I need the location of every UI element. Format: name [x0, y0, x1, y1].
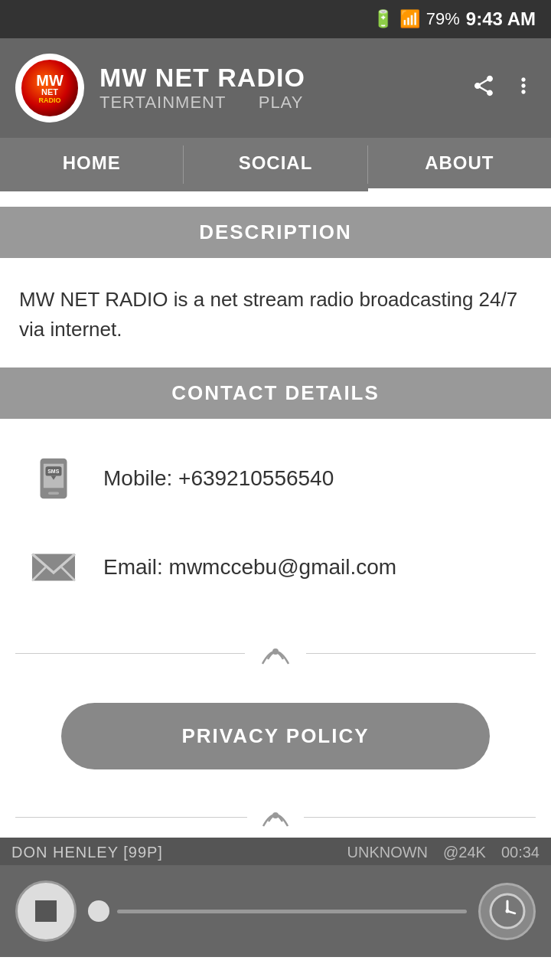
bottom-wave-line-left: [15, 817, 247, 818]
privacy-policy-button[interactable]: PRIVACY POLICY: [61, 703, 490, 769]
progress-area: [88, 900, 467, 922]
clock-icon: [488, 892, 527, 930]
now-playing-bar: DON HENLEY [99P] UNKNOWN @24K 00:34: [0, 838, 551, 865]
battery-icon: 🔋: [373, 9, 393, 29]
email-address: Email: mwmccebu@gmail.com: [103, 555, 396, 580]
mobile-icon: SMS: [23, 448, 84, 509]
radio-wave-divider: [0, 612, 551, 695]
bottom-wave-divider: [0, 792, 551, 838]
stop-icon: [35, 900, 57, 922]
wave-line-left: [15, 653, 245, 654]
progress-dot[interactable]: [88, 900, 109, 922]
bottom-wave-line-right: [304, 817, 536, 818]
now-playing-info: UNKNOWN @24K 00:34: [347, 844, 540, 861]
battery-percent: 79%: [426, 9, 460, 29]
tab-home[interactable]: HOME: [0, 138, 183, 191]
clock-button[interactable]: [478, 883, 536, 940]
app-logo: MW NET RADIO: [15, 54, 84, 122]
share-button[interactable]: [471, 74, 496, 103]
email-icon: [23, 537, 84, 598]
status-bar: 🔋 📶 79% 9:43 AM: [0, 0, 551, 38]
menu-button[interactable]: [511, 74, 536, 103]
now-playing-duration: 00:34: [501, 844, 540, 861]
header-title-block: MW NET RADIO TERTAINMENT PLAY: [99, 64, 456, 112]
tab-about[interactable]: ABOUT: [368, 138, 551, 191]
header-actions: [471, 74, 536, 103]
wifi-icon: 📶: [399, 9, 420, 29]
main-content: DESCRIPTION MW NET RADIO is a net stream…: [0, 207, 551, 838]
app-title: MW NET RADIO: [99, 64, 456, 92]
share-icon: [471, 74, 496, 98]
now-playing-bitrate: @24K: [443, 844, 486, 861]
contact-header: CONTACT DETAILS: [0, 368, 551, 419]
description-text: MW NET RADIO is a net stream radio broad…: [0, 266, 551, 360]
status-time: 9:43 AM: [466, 8, 536, 30]
nav-tabs: HOME SOCIAL ABOUT: [0, 138, 551, 191]
logo-radio: RADIO: [39, 96, 61, 104]
contact-email-item: Email: mwmccebu@gmail.com: [0, 523, 551, 612]
svg-text:SMS: SMS: [47, 469, 60, 474]
now-playing-track: DON HENLEY [99P]: [11, 844, 163, 861]
tab-social[interactable]: SOCIAL: [184, 138, 367, 191]
more-vert-icon: [511, 74, 536, 98]
progress-bar[interactable]: [117, 910, 467, 913]
contact-title: CONTACT DETAILS: [171, 381, 380, 404]
logo-net: NET: [41, 88, 58, 96]
app-header: MW NET RADIO MW NET RADIO TERTAINMENT PL…: [0, 38, 551, 138]
stop-button[interactable]: [15, 880, 77, 942]
description-header: DESCRIPTION: [0, 207, 551, 258]
broadcast-icon: [245, 635, 306, 672]
bottom-broadcast-icon: [247, 800, 304, 834]
svg-point-14: [505, 910, 509, 913]
mobile-number: Mobile: +639210556540: [103, 466, 334, 491]
app-subtitle: TERTAINMENT PLAY: [99, 93, 456, 113]
svg-rect-2: [48, 492, 59, 495]
contact-mobile-item: SMS Mobile: +639210556540: [0, 434, 551, 523]
status-icons: 🔋 📶 79% 9:43 AM: [373, 8, 536, 30]
logo-mw: MW: [36, 73, 64, 88]
wave-line-right: [306, 653, 536, 654]
player-controls: [0, 865, 551, 957]
description-title: DESCRIPTION: [199, 220, 352, 243]
now-playing-status: UNKNOWN: [347, 844, 429, 861]
privacy-policy-container: PRIVACY POLICY: [0, 695, 551, 792]
